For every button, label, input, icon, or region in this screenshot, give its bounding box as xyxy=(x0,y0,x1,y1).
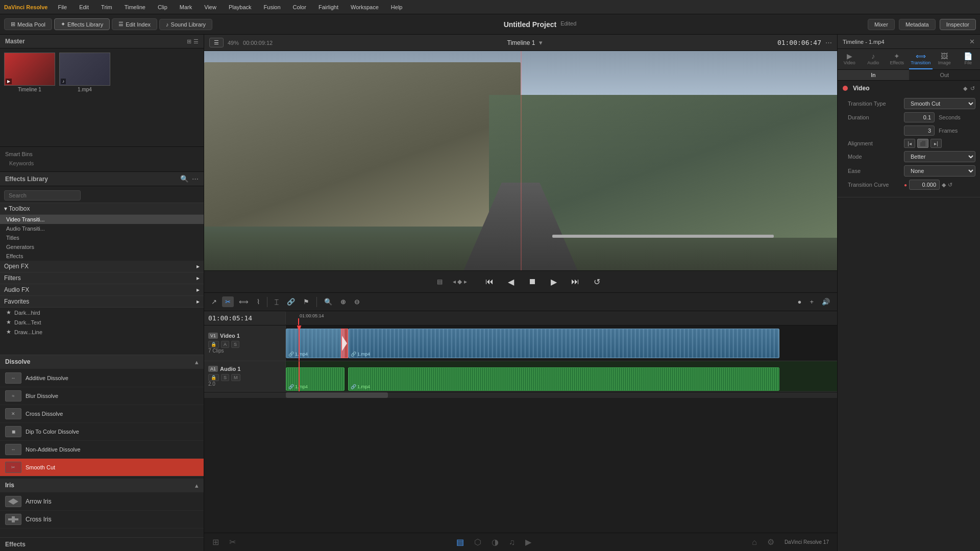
play-btn[interactable]: ▶ xyxy=(547,275,561,289)
scroll-thumb[interactable] xyxy=(286,392,388,398)
open-fx-header[interactable]: Open FX ▸ xyxy=(0,261,204,272)
metadata-button[interactable]: Metadata xyxy=(899,19,936,30)
timeline-dropdown-btn[interactable]: ▾ xyxy=(539,39,543,46)
tab-transition[interactable]: ⟺ Transition xyxy=(909,49,933,69)
menu-view[interactable]: View xyxy=(202,3,218,11)
effects-search-input[interactable] xyxy=(4,190,81,201)
audio-clip-1[interactable]: 🔗 1.mp4 xyxy=(286,367,345,391)
skip-to-start-btn[interactable]: ⏮ xyxy=(481,275,498,288)
menu-trim[interactable]: Trim xyxy=(99,3,114,11)
dissolve-non-additive[interactable]: ↔ Non-Additive Dissolve xyxy=(0,441,204,459)
dynamic-trim-btn[interactable]: ⟺ xyxy=(236,296,252,307)
in-tab[interactable]: In xyxy=(838,70,909,80)
toolbox-header[interactable]: ▾ Toolbox xyxy=(0,203,204,215)
loop-btn[interactable]: ↺ xyxy=(590,275,604,289)
menu-timeline[interactable]: Timeline xyxy=(122,3,148,11)
menu-playback[interactable]: Playback xyxy=(227,3,254,11)
menu-file[interactable]: File xyxy=(56,3,69,11)
home-nav-icon[interactable]: ⌂ xyxy=(752,538,757,547)
tab-audio[interactable]: ♪ Audio xyxy=(862,49,886,69)
dissolve-smooth-cut[interactable]: ✂ Smooth Cut xyxy=(0,459,204,477)
menu-workspace[interactable]: Workspace xyxy=(349,3,381,11)
a1-s-btn[interactable]: S xyxy=(221,374,229,381)
zoom-to-fit-btn[interactable]: 🔍 xyxy=(321,296,335,307)
tab-file[interactable]: 📄 File xyxy=(957,49,981,69)
video-clip-2[interactable]: 🔗 1.mp4 xyxy=(348,329,779,358)
video-keyframe-btn[interactable]: ◆ xyxy=(963,85,967,92)
add-marker-btn[interactable]: ● xyxy=(795,296,805,307)
mode-dropdown[interactable]: Better xyxy=(904,151,975,162)
tab-video[interactable]: ▶ Video xyxy=(838,49,862,69)
transition-type-dropdown[interactable]: Smooth Cut xyxy=(904,98,975,109)
effects-item[interactable]: Effects xyxy=(0,252,204,261)
blade-btn[interactable]: ⌇ xyxy=(254,296,263,307)
fav-item-1[interactable]: ★ Dark...Text xyxy=(0,317,204,327)
ease-dropdown[interactable]: None xyxy=(904,165,975,177)
tab-effects[interactable]: ✦ Effects xyxy=(885,49,909,69)
dissolve-cross[interactable]: ✕ Cross Dissolve xyxy=(0,405,204,423)
v1-auto-btn[interactable]: A xyxy=(221,341,229,348)
fairlight-nav-icon[interactable]: ♫ xyxy=(509,538,515,547)
select-tool-btn[interactable]: ↗ xyxy=(208,296,220,307)
curve-keyframe-btn[interactable]: ◆ xyxy=(942,182,946,188)
preview-layout-btn[interactable]: ▤ xyxy=(437,278,443,285)
options-button[interactable]: ⋯ xyxy=(192,175,199,183)
favorites-header[interactable]: Favorites ▸ xyxy=(0,296,204,308)
curve-reset-btn[interactable]: ↺ xyxy=(948,182,952,188)
thumbnail-1mp4[interactable]: ♪ 1.mp4 xyxy=(59,53,110,92)
iris-collapse-btn[interactable]: ▴ xyxy=(195,482,199,489)
edit-tool-btn[interactable]: ✂ xyxy=(222,296,234,307)
menu-fusion[interactable]: Fusion xyxy=(262,3,283,11)
snap-btn[interactable]: ⌶ xyxy=(272,296,282,307)
a1-lock-btn[interactable]: 🔒 xyxy=(208,374,219,381)
sound-library-button[interactable]: ♪ Sound Library xyxy=(159,19,212,30)
media-pool-nav-icon[interactable]: ⊞ xyxy=(212,537,219,547)
add-audio-btn[interactable]: + xyxy=(806,296,817,307)
timeline-scrollbar[interactable] xyxy=(204,392,837,398)
menu-help[interactable]: Help xyxy=(389,3,405,11)
thumbnail-timeline1[interactable]: ▶ Timeline 1 xyxy=(4,53,55,92)
volume-btn[interactable]: 🔊 xyxy=(819,296,833,307)
keywords-item[interactable]: Keywords xyxy=(5,159,199,167)
iris-arrow[interactable]: Arrow Iris xyxy=(0,493,204,511)
menu-mark[interactable]: Mark xyxy=(178,3,194,11)
dissolve-dip[interactable]: ◼ Dip To Color Dissolve xyxy=(0,423,204,441)
zoom-in-btn[interactable]: ⊕ xyxy=(337,296,349,307)
dissolve-additive[interactable]: ↔ Additive Dissolve xyxy=(0,369,204,387)
transition-marker[interactable] xyxy=(341,329,348,358)
transition-curve-input[interactable] xyxy=(909,180,940,190)
tab-image[interactable]: 🖼 Image xyxy=(933,49,957,69)
skip-to-end-btn[interactable]: ⏭ xyxy=(567,275,583,288)
audio-fx-header[interactable]: Audio FX ▸ xyxy=(0,284,204,296)
media-pool-button[interactable]: ⊞ Media Pool xyxy=(4,18,52,30)
duration-frames-input[interactable] xyxy=(904,126,935,136)
video-reset-btn[interactable]: ↺ xyxy=(970,85,975,92)
align-left-btn[interactable]: |◂ xyxy=(904,139,915,148)
edit-nav-icon[interactable]: ▤ xyxy=(456,537,464,547)
inspector-close-btn[interactable]: ✕ xyxy=(969,38,975,45)
v1-lock-btn[interactable]: 🔒 xyxy=(208,341,219,348)
out-tab[interactable]: Out xyxy=(909,70,981,80)
edit-index-button[interactable]: ☰ Edit Index xyxy=(112,18,157,30)
dissolve-collapse-btn[interactable]: ▴ xyxy=(195,358,199,366)
menu-color[interactable]: Color xyxy=(291,3,308,11)
grid-view-btn[interactable]: ⊞ xyxy=(187,38,191,45)
inspector-button[interactable]: Inspector xyxy=(940,19,976,30)
align-center-btn[interactable]: ⬛ xyxy=(917,139,928,148)
fusion-nav-icon[interactable]: ⬡ xyxy=(474,537,481,547)
deliver-nav-icon[interactable]: ▶ xyxy=(525,537,531,547)
preview-menu-btn[interactable]: ☰ xyxy=(209,38,224,47)
audio-transitions-item[interactable]: Audio Transiti... xyxy=(0,224,204,233)
iris-cross[interactable]: Cross Iris xyxy=(0,511,204,529)
dissolve-blur[interactable]: ≈ Blur Dissolve xyxy=(0,387,204,405)
generators-item[interactable]: Generators xyxy=(0,242,204,252)
settings-nav-icon[interactable]: ⚙ xyxy=(767,537,774,547)
zoom-out-btn[interactable]: ⊖ xyxy=(351,296,363,307)
effects-library-button[interactable]: ✦ Effects Library xyxy=(54,18,110,30)
search-button[interactable]: 🔍 xyxy=(180,175,189,183)
titles-item[interactable]: Titles xyxy=(0,233,204,242)
video-clip-1[interactable]: 🔗 1.mp4 xyxy=(286,329,345,358)
flag-btn[interactable]: ⚑ xyxy=(300,296,312,307)
stop-btn[interactable]: ⏹ xyxy=(524,275,541,288)
list-view-btn[interactable]: ☰ xyxy=(193,38,199,45)
